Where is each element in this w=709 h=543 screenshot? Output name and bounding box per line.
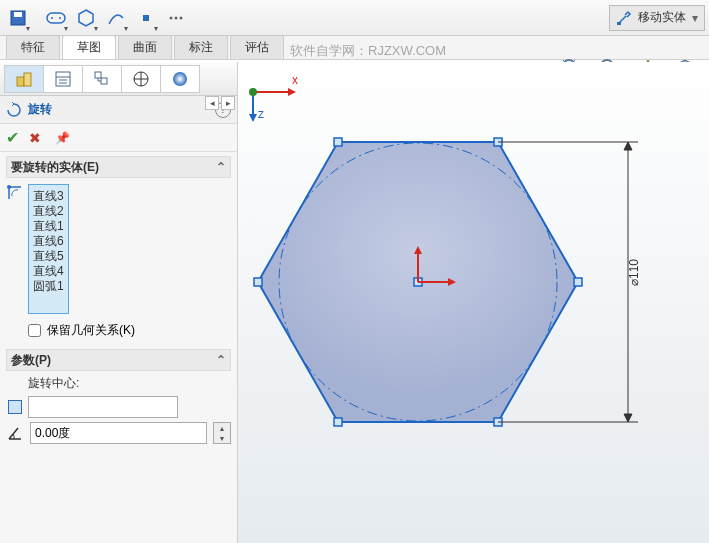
feature-title: 旋转 xyxy=(28,101,52,118)
center-mark-icon xyxy=(8,400,22,414)
center-label: 旋转中心: xyxy=(28,375,231,392)
entities-section-header[interactable]: 要旋转的实体(E) ⌃ xyxy=(6,156,231,178)
list-item[interactable]: 直线4 xyxy=(33,264,64,279)
collapse-icon[interactable]: ⌃ xyxy=(216,353,226,367)
svg-rect-2 xyxy=(47,13,65,23)
view-triad-icon: x z xyxy=(238,62,709,543)
svg-point-3 xyxy=(51,17,53,19)
nav-prev[interactable]: ◂ xyxy=(205,96,219,110)
keep-relations-input[interactable] xyxy=(28,324,41,337)
keep-relations-label: 保留几何关系(K) xyxy=(47,322,135,339)
entities-icon xyxy=(6,184,24,202)
svg-rect-1 xyxy=(14,12,22,17)
angle-icon xyxy=(6,424,24,442)
svg-rect-23 xyxy=(101,78,107,84)
svg-marker-5 xyxy=(79,10,93,26)
svg-marker-49 xyxy=(288,88,296,96)
save-button[interactable] xyxy=(4,4,32,32)
svg-point-30 xyxy=(7,185,11,189)
cancel-button[interactable]: ✖ xyxy=(29,130,41,146)
params-section-header[interactable]: 参数(P) ⌃ xyxy=(6,349,231,371)
svg-text:x: x xyxy=(292,73,298,87)
list-item[interactable]: 直线6 xyxy=(33,234,64,249)
property-manager-tab[interactable] xyxy=(43,65,83,93)
feature-manager-tab[interactable] xyxy=(4,65,44,93)
svg-rect-17 xyxy=(24,73,31,86)
feature-header: 旋转 ? xyxy=(0,96,237,124)
property-manager: ◂ ▸ 旋转 ? ✔ ✖ 📌 要旋转的实体(E) ⌃ 直线3 直线2 直线1 直… xyxy=(0,62,238,543)
list-item[interactable]: 圆弧1 xyxy=(33,279,64,294)
entities-header-label: 要旋转的实体(E) xyxy=(11,159,99,176)
svg-text:z: z xyxy=(258,107,264,121)
config-manager-tab[interactable] xyxy=(82,65,122,93)
tab-surface[interactable]: 曲面 xyxy=(118,35,172,59)
pin-button[interactable]: 📌 xyxy=(55,131,70,145)
tab-evaluate[interactable]: 评估 xyxy=(230,35,284,59)
keep-relations-checkbox[interactable]: 保留几何关系(K) xyxy=(28,322,229,339)
svg-marker-52 xyxy=(249,114,257,122)
point-tool[interactable] xyxy=(132,4,160,32)
manager-tabs xyxy=(0,62,237,96)
svg-point-29 xyxy=(173,72,187,86)
tab-annotate[interactable]: 标注 xyxy=(174,35,228,59)
dimxpert-tab[interactable] xyxy=(121,65,161,93)
polygon-tool[interactable] xyxy=(72,4,100,32)
svg-rect-16 xyxy=(17,77,24,86)
center-input[interactable] xyxy=(28,396,178,418)
list-item[interactable]: 直线3 xyxy=(33,189,64,204)
graphics-area[interactable]: ⌀110 x z xyxy=(238,62,709,543)
move-entity-label: 移动实体 xyxy=(638,9,686,26)
angle-input[interactable] xyxy=(30,422,207,444)
svg-point-8 xyxy=(175,16,178,19)
list-item[interactable]: 直线1 xyxy=(33,219,64,234)
slot-tool[interactable] xyxy=(42,4,70,32)
tab-sketch[interactable]: 草图 xyxy=(62,35,116,59)
svg-point-9 xyxy=(180,16,183,19)
more-tool[interactable] xyxy=(162,4,190,32)
main-toolbar: 移动实体 ▾ xyxy=(0,0,709,36)
svg-rect-18 xyxy=(56,72,70,86)
appearance-tab[interactable] xyxy=(160,65,200,93)
arc-tool[interactable] xyxy=(102,4,130,32)
svg-rect-22 xyxy=(95,72,101,78)
params-header-label: 参数(P) xyxy=(11,352,51,369)
ok-button[interactable]: ✔ xyxy=(6,128,19,147)
rotate-feature-icon xyxy=(6,102,22,118)
watermark-text: 软件自学网：RJZXW.COM xyxy=(290,42,446,60)
svg-rect-10 xyxy=(617,22,621,25)
confirm-row: ✔ ✖ 📌 xyxy=(0,124,237,152)
svg-point-54 xyxy=(249,88,257,96)
list-item[interactable]: 直线5 xyxy=(33,249,64,264)
svg-point-4 xyxy=(59,17,61,19)
tab-features[interactable]: 特征 xyxy=(6,35,60,59)
nav-next[interactable]: ▸ xyxy=(221,96,235,110)
entities-listbox[interactable]: 直线3 直线2 直线1 直线6 直线5 直线4 圆弧1 xyxy=(28,184,69,314)
svg-point-7 xyxy=(170,16,173,19)
svg-rect-6 xyxy=(143,15,149,21)
list-item[interactable]: 直线2 xyxy=(33,204,64,219)
move-entity-button[interactable]: 移动实体 ▾ xyxy=(609,5,705,31)
collapse-icon[interactable]: ⌃ xyxy=(216,160,226,174)
angle-spinner[interactable]: ▲▼ xyxy=(213,422,231,444)
